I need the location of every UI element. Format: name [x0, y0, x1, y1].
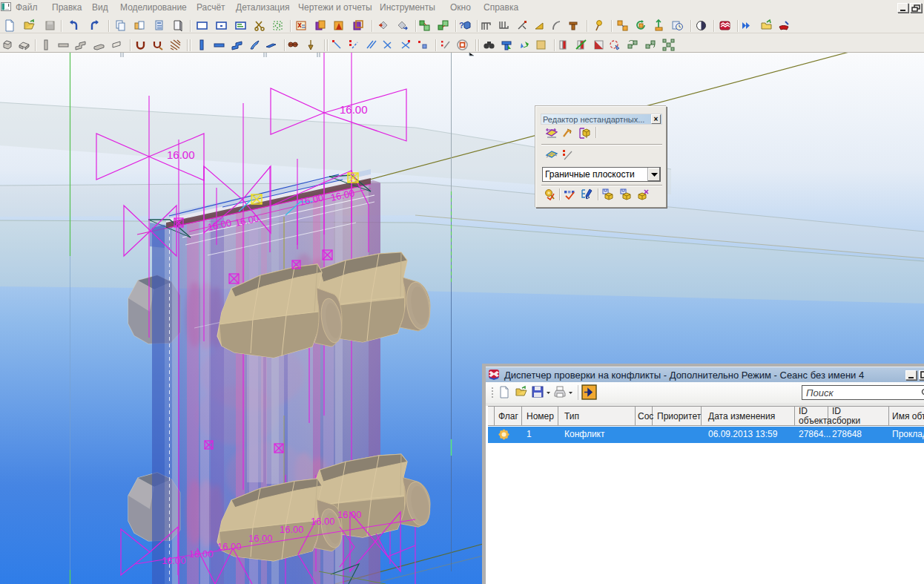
svg-text:16.00: 16.00 — [248, 533, 273, 544]
svg-text:16.00: 16.00 — [217, 541, 242, 552]
svg-text:?: ? — [459, 21, 464, 30]
svg-text:16.00: 16.00 — [340, 103, 368, 116]
svg-text:16.00: 16.00 — [189, 548, 214, 560]
svg-text:16.00: 16.00 — [280, 524, 304, 535]
svg-text:16.00: 16.00 — [162, 555, 186, 566]
svg-text:16.00: 16.00 — [337, 509, 362, 520]
svg-text:16.00: 16.00 — [311, 516, 335, 527]
svg-text:16.00: 16.00 — [167, 148, 195, 161]
